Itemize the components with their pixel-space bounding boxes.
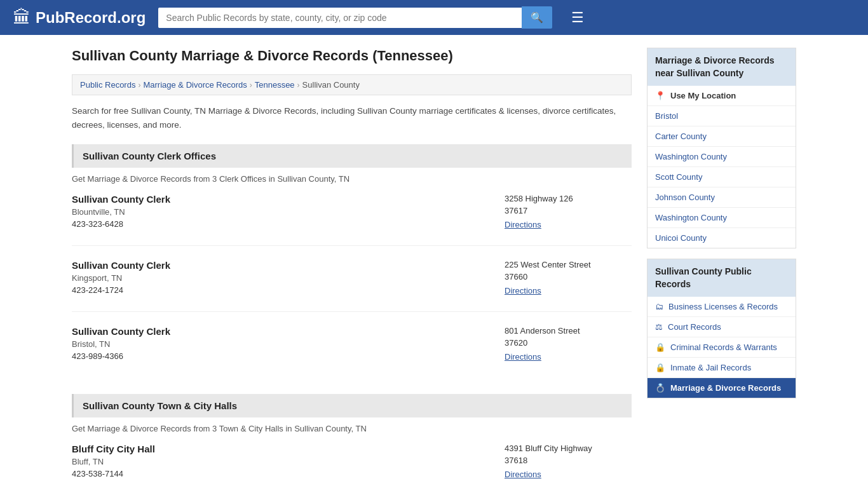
- nearby-johnson-county[interactable]: Johnson County: [648, 187, 796, 208]
- clerk-3-address: 801 Anderson Street: [505, 326, 632, 336]
- search-bar: 🔍: [158, 6, 552, 29]
- pr-court-label: Court Records: [668, 322, 721, 332]
- clerk-3-directions[interactable]: Directions: [505, 352, 541, 362]
- clerk-offices-section: Sullivan County Clerk Offices Get Marria…: [72, 144, 632, 377]
- clerk-2-directions[interactable]: Directions: [505, 286, 541, 295]
- search-button[interactable]: 🔍: [522, 6, 552, 29]
- clerk-3-name: Sullivan County Clerk: [72, 326, 492, 337]
- nearby-washington-county-1[interactable]: Washington County: [648, 147, 796, 167]
- marriage-icon: 💍: [655, 383, 665, 393]
- breadcrumb-public-records[interactable]: Public Records: [80, 80, 135, 90]
- menu-button[interactable]: ☰: [571, 10, 584, 26]
- clerk-2-city: Kingsport, TN: [72, 273, 492, 283]
- clerk-3-zip: 37620: [505, 338, 632, 348]
- cityhall-1-address: 4391 Bluff City Highway: [505, 444, 632, 453]
- nearby-scott-county[interactable]: Scott County: [648, 167, 796, 187]
- clerk-2-zip: 37660: [505, 272, 632, 281]
- cityhall-1-city: Bluff, TN: [72, 457, 492, 466]
- pr-inmate-label: Inmate & Jail Records: [670, 363, 751, 372]
- search-icon: 🔍: [531, 12, 543, 23]
- cityhall-1-zip: 37618: [505, 456, 632, 465]
- cityhall-1-directions[interactable]: Directions: [505, 470, 541, 479]
- search-input[interactable]: [158, 8, 522, 28]
- pr-criminal-records[interactable]: 🔒 Criminal Records & Warrants: [648, 337, 796, 358]
- nearby-unicoi-county[interactable]: Unicoi County: [648, 228, 796, 248]
- cityhalls-desc: Get Marriage & Divorce Records from 3 To…: [72, 424, 632, 433]
- cityhall-entry-1: Bluff City City Hall Bluff, TN 423-538-7…: [72, 444, 632, 488]
- cityhalls-header: Sullivan County Town & City Halls: [72, 394, 632, 417]
- inmate-icon: 🔒: [655, 363, 665, 372]
- breadcrumb-tennessee[interactable]: Tennessee: [255, 80, 295, 90]
- public-records-box: Sullivan County Public Records 🗂 Busines…: [647, 259, 796, 398]
- nearby-header: Marriage & Divorce Records near Sullivan…: [648, 48, 796, 86]
- pr-criminal-label: Criminal Records & Warrants: [670, 342, 777, 352]
- sidebar: Marriage & Divorce Records near Sullivan…: [647, 48, 796, 488]
- breadcrumb: Public Records › Marriage & Divorce Reco…: [72, 74, 632, 95]
- location-label: Use My Location: [670, 91, 736, 100]
- site-header: 🏛 PubRecord.org 🔍 ☰: [0, 0, 868, 35]
- logo-text: PubRecord.org: [36, 9, 146, 27]
- pr-marriage-label: Marriage & Divorce Records: [670, 383, 781, 393]
- clerk-1-phone: 423-323-6428: [72, 219, 492, 229]
- clerk-2-phone: 423-224-1724: [72, 285, 492, 295]
- public-records-header: Sullivan County Public Records: [648, 259, 796, 297]
- clerk-1-address: 3258 Highway 126: [505, 194, 632, 203]
- pr-inmate-records[interactable]: 🔒 Inmate & Jail Records: [648, 358, 796, 378]
- nearby-washington-county-2[interactable]: Washington County: [648, 208, 796, 228]
- clerk-entry-1: Sullivan County Clerk Blountville, TN 42…: [72, 194, 632, 246]
- breadcrumb-sep-2: ›: [250, 81, 252, 90]
- clerk-1-directions[interactable]: Directions: [505, 220, 541, 229]
- breadcrumb-marriage-records[interactable]: Marriage & Divorce Records: [143, 80, 247, 90]
- nearby-carter-county[interactable]: Carter County: [648, 126, 796, 147]
- clerk-3-city: Bristol, TN: [72, 339, 492, 349]
- pr-business-label: Business Licenses & Records: [668, 302, 778, 311]
- criminal-icon: 🔒: [655, 342, 665, 352]
- clerk-3-phone: 423-989-4366: [72, 351, 492, 361]
- page-title: Sullivan County Marriage & Divorce Recor…: [72, 48, 632, 64]
- location-icon: 📍: [655, 91, 665, 100]
- clerk-2-address: 225 West Center Street: [505, 260, 632, 269]
- logo-icon: 🏛: [13, 7, 31, 28]
- intro-text: Search for free Sullivan County, TN Marr…: [72, 104, 632, 132]
- cityhall-1-name: Bluff City City Hall: [72, 444, 492, 454]
- clerk-1-zip: 37617: [505, 206, 632, 215]
- clerk-2-name: Sullivan County Clerk: [72, 260, 492, 271]
- use-my-location[interactable]: 📍 Use My Location: [648, 86, 796, 106]
- nearby-bristol[interactable]: Bristol: [648, 106, 796, 126]
- clerk-offices-desc: Get Marriage & Divorce Records from 3 Cl…: [72, 174, 632, 184]
- clerk-offices-header: Sullivan County Clerk Offices: [72, 144, 632, 168]
- cityhalls-section: Sullivan County Town & City Halls Get Ma…: [72, 394, 632, 488]
- clerk-1-name: Sullivan County Clerk: [72, 194, 492, 205]
- cityhall-1-phone: 423-538-7144: [72, 469, 492, 478]
- clerk-1-city: Blountville, TN: [72, 207, 492, 217]
- pr-court-records[interactable]: ⚖ Court Records: [648, 317, 796, 337]
- clerk-entry-2: Sullivan County Clerk Kingsport, TN 423-…: [72, 260, 632, 312]
- business-icon: 🗂: [655, 302, 663, 311]
- pr-marriage-records[interactable]: 💍 Marriage & Divorce Records: [648, 378, 796, 398]
- clerk-entry-3: Sullivan County Clerk Bristol, TN 423-98…: [72, 326, 632, 377]
- hamburger-icon: ☰: [571, 10, 584, 25]
- pr-business-licenses[interactable]: 🗂 Business Licenses & Records: [648, 297, 796, 317]
- breadcrumb-sep-3: ›: [297, 81, 300, 90]
- breadcrumb-sullivan-county: Sullivan County: [302, 80, 360, 90]
- main-content: Sullivan County Marriage & Divorce Recor…: [72, 48, 632, 488]
- main-container: Sullivan County Marriage & Divorce Recor…: [53, 35, 815, 488]
- court-icon: ⚖: [655, 322, 663, 332]
- nearby-box: Marriage & Divorce Records near Sullivan…: [647, 48, 796, 248]
- breadcrumb-sep-1: ›: [138, 81, 140, 90]
- logo-link[interactable]: 🏛 PubRecord.org: [13, 7, 146, 28]
